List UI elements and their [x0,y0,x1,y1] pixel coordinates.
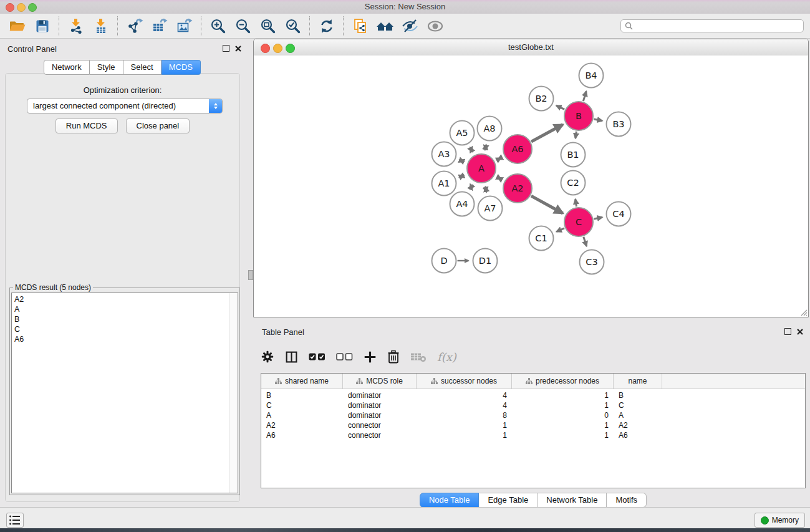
cell-MCDS-role: dominator [343,401,417,410]
zoom-out-button[interactable] [231,16,256,37]
result-item[interactable]: A6 [12,334,229,344]
toolbar-separator [117,16,118,36]
table-row[interactable]: A2connector11A2 [261,420,805,430]
edge-B-B4[interactable] [583,91,586,101]
edge-A2-C[interactable] [531,196,563,213]
result-scrollbar[interactable] [229,293,238,493]
split-view-button[interactable] [285,351,298,364]
memory-button[interactable]: Memory [755,513,805,528]
edge-A-A4[interactable] [470,185,473,189]
edge-A-A3[interactable] [460,160,464,162]
dropdown-stepper-icon[interactable] [209,99,222,113]
save-session-button[interactable] [30,16,55,37]
export-table-button[interactable] [147,16,172,37]
tab-select[interactable]: Select [123,60,162,75]
network-canvas[interactable]: B4B2BB3B1A5A8A6A3AA1A2A4A7C2CC4C1C3DD1 [254,56,808,317]
tab-node-table[interactable]: Node Table [420,493,480,508]
table-row[interactable]: Cdominator41C [261,400,805,410]
table-row[interactable]: A6connector11A6 [261,430,805,440]
zoom-fit-button[interactable] [256,16,281,37]
edge-A-A7[interactable] [485,186,486,192]
edge-C-C1[interactable] [556,228,564,232]
control-panel-float-button[interactable] [223,45,229,52]
hide-graphics-details-button[interactable] [398,16,423,37]
result-item[interactable]: C [12,324,229,334]
edge-A-A8[interactable] [485,145,486,150]
export-image-button[interactable] [172,16,197,37]
tab-style[interactable]: Style [90,60,123,75]
import-table-button[interactable] [89,16,113,37]
cell-name: A2 [614,421,662,430]
toolbar-separator [59,16,60,36]
show-graphics-details-button[interactable] [423,16,448,37]
cell-successor-nodes: 1 [417,431,512,440]
cell-predecessor-nodes: 0 [512,411,614,420]
column-header-name[interactable]: name [614,374,662,389]
export-network-button[interactable] [122,16,147,37]
edge-A-A6[interactable] [498,158,501,160]
edge-A-A1[interactable] [460,175,465,177]
deselect-all-button[interactable] [336,352,353,361]
network-window-titlebar[interactable]: testGlobe.txt [254,39,808,56]
run-mcds-button[interactable]: Run MCDS [55,118,118,133]
node-label: C1 [535,233,547,243]
criterion-value: largest connected component (directed) [33,99,176,113]
open-session-button[interactable] [5,16,30,37]
select-all-button[interactable] [309,352,325,361]
cell-successor-nodes: 4 [417,391,512,400]
resize-grip-icon[interactable] [799,308,808,316]
tab-edge-table[interactable]: Edge Table [479,493,538,508]
column-header-predecessor-nodes[interactable]: predecessor nodes [512,374,614,389]
search-box[interactable] [620,19,804,32]
mcds-result-listbox[interactable]: A2ABCA6 [11,293,238,493]
edge-A6-B[interactable] [531,125,563,142]
edge-A-A5[interactable] [470,147,473,152]
cell-predecessor-nodes: 1 [512,401,614,410]
splitter-handle[interactable] [248,270,253,280]
table-settings-button[interactable] [261,350,274,364]
table-row[interactable]: Adominator80A [261,410,805,420]
edge-C-C4[interactable] [594,217,603,219]
table-row[interactable]: Bdominator41B [261,390,805,400]
window-titlebar: Session: New Session [0,0,810,14]
column-header-MCDS-role[interactable]: MCDS role [343,374,417,389]
table-panel-float-button[interactable] [784,328,791,335]
tab-mcds[interactable]: MCDS [162,60,201,75]
tab-motifs[interactable]: Motifs [607,493,647,508]
result-item[interactable]: A2 [12,294,229,304]
column-header-successor-nodes[interactable]: successor nodes [417,374,512,389]
result-item[interactable]: A [12,304,229,314]
edge-A-A2[interactable] [498,178,501,180]
node-label: A4 [456,199,468,209]
table-header: shared nameMCDS rolesuccessor nodesprede… [261,374,805,389]
criterion-dropdown[interactable]: largest connected component (directed) [27,99,223,114]
column-header-shared-name[interactable]: shared name [261,374,343,389]
result-item[interactable]: B [12,314,229,324]
home-button[interactable] [373,16,398,37]
import-table-icon [93,18,109,34]
refresh-button[interactable] [314,16,339,37]
control-panel-title: Control Panel [7,44,57,54]
clone-network-button[interactable] [348,16,373,37]
delete-column-button[interactable] [387,350,400,364]
search-input[interactable] [635,21,803,31]
zoom-in-icon [210,18,226,34]
column-label: successor nodes [441,377,497,385]
delete-table-button[interactable] [410,351,427,363]
import-network-button[interactable] [64,16,89,37]
zoom-selected-button[interactable] [281,16,306,37]
close-panel-button[interactable]: Close panel [126,118,190,133]
edge-B-B3[interactable] [594,119,603,121]
tab-network[interactable]: Network [44,60,90,75]
table-panel-close-icon[interactable] [797,329,803,335]
task-history-button[interactable] [6,513,24,528]
edge-B-B2[interactable] [556,105,564,109]
edge-C-C2[interactable] [576,199,577,206]
tab-network-table[interactable]: Network Table [538,493,607,508]
function-builder-button[interactable]: f(x) [437,351,456,364]
zoom-in-button[interactable] [206,16,231,37]
edge-C-C3[interactable] [584,237,587,246]
control-panel-close-icon[interactable] [235,46,241,52]
edge-B-B1[interactable] [576,132,577,138]
add-column-button[interactable] [364,351,377,364]
